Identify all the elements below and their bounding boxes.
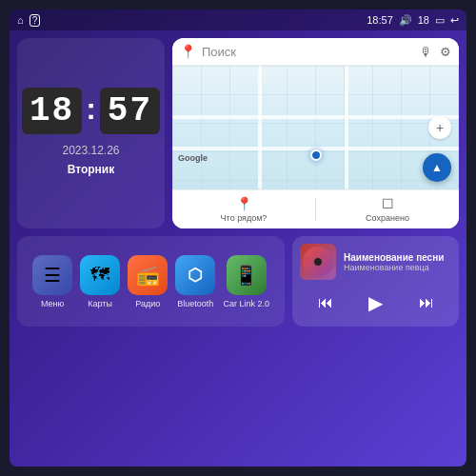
microphone-icon[interactable]: 🎙	[420, 45, 432, 59]
carlink-app-label: Car Link 2.0	[223, 299, 269, 308]
nearby-label: Что рядом?	[221, 213, 268, 223]
question-icon[interactable]: ?	[30, 14, 41, 27]
clock-minutes-block: 57	[100, 88, 160, 134]
main-area: 18 : 57 2023.12.26 Вторник 📍 Поиск	[10, 30, 466, 466]
clock-weekday: Вторник	[62, 161, 119, 179]
volume-icon: 🔊	[399, 14, 412, 27]
saved-icon: ☐	[382, 196, 394, 211]
music-next-button[interactable]: ⏭	[411, 291, 442, 314]
music-album-art-inner	[303, 247, 333, 277]
status-time: 18:57	[367, 14, 393, 26]
map-search-input[interactable]: Поиск	[202, 45, 414, 59]
map-search-icons: 🎙 ⚙	[420, 45, 451, 59]
clock-display: 18 : 57	[22, 88, 160, 134]
bottom-section: ☰ Меню 🗺 Карты 📻 Радио ⬡ Bluetooth 📱	[17, 236, 459, 327]
battery-icon: ▭	[435, 14, 445, 27]
clock-separator: :	[86, 91, 96, 127]
bluetooth-app-label: Bluetooth	[177, 299, 213, 308]
music-info-row: Наименование песни Наименование певца	[292, 236, 459, 288]
clock-minutes: 57	[108, 91, 152, 130]
app-item-menu[interactable]: ☰ Меню	[32, 255, 72, 308]
map-location-dot	[310, 149, 322, 161]
map-navigate-button[interactable]: ▲	[423, 153, 451, 182]
app-item-radio[interactable]: 📻 Радио	[128, 255, 168, 308]
map-widget: 📍 Поиск 🎙 ⚙ Google +	[172, 38, 459, 228]
music-text: Наименование песни Наименование певца	[344, 252, 451, 272]
clock-hours-block: 18	[22, 88, 82, 134]
battery-level: 18	[418, 14, 429, 26]
music-artist: Наименование певца	[344, 263, 451, 272]
status-bar-right: 18:57 🔊 18 ▭ ↩	[367, 14, 459, 27]
top-section: 18 : 57 2023.12.26 Вторник 📍 Поиск	[17, 38, 459, 228]
map-nearby-button[interactable]: 📍 Что рядом?	[172, 194, 315, 225]
map-pin-icon: 📍	[180, 44, 196, 59]
map-body[interactable]: Google + ▲	[172, 66, 459, 189]
status-bar-left: ⌂ ?	[17, 14, 40, 27]
status-bar: ⌂ ? 18:57 🔊 18 ▭ ↩	[10, 10, 466, 30]
music-album-art	[300, 244, 336, 280]
app-grid: ☰ Меню 🗺 Карты 📻 Радио ⬡ Bluetooth 📱	[17, 236, 285, 327]
menu-app-icon: ☰	[32, 255, 72, 295]
menu-app-label: Меню	[41, 299, 64, 308]
settings-icon[interactable]: ⚙	[440, 45, 451, 59]
maps-app-icon: 🗺	[80, 255, 120, 295]
music-prev-button[interactable]: ⏮	[310, 291, 341, 314]
map-zoom-button[interactable]: +	[428, 116, 451, 139]
home-icon[interactable]: ⌂	[17, 14, 24, 26]
nearby-icon: 📍	[236, 196, 252, 211]
music-play-button[interactable]: ▶	[361, 291, 391, 314]
bluetooth-app-icon: ⬡	[175, 255, 215, 295]
music-title: Наименование песни	[344, 252, 451, 263]
clock-hours: 18	[30, 91, 74, 130]
radio-app-label: Радио	[135, 299, 160, 308]
map-footer: 📍 Что рядом? ☐ Сохранено	[172, 189, 459, 228]
maps-app-label: Карты	[88, 299, 112, 308]
map-search-bar[interactable]: 📍 Поиск 🎙 ⚙	[172, 38, 459, 66]
radio-app-icon: 📻	[128, 255, 168, 295]
clock-date-value: 2023.12.26	[62, 142, 119, 160]
app-item-bluetooth[interactable]: ⬡ Bluetooth	[175, 255, 215, 308]
music-controls: ⏮ ▶ ⏭	[292, 288, 459, 322]
back-icon[interactable]: ↩	[450, 14, 459, 27]
carlink-app-icon: 📱	[227, 255, 267, 295]
music-widget: Наименование песни Наименование певца ⏮ …	[292, 236, 459, 327]
device-frame: ⌂ ? 18:57 🔊 18 ▭ ↩ 18 : 57	[10, 10, 466, 466]
google-logo: Google	[178, 153, 208, 163]
clock-date: 2023.12.26 Вторник	[62, 142, 119, 178]
map-saved-button[interactable]: ☐ Сохранено	[316, 194, 459, 225]
app-item-carlink[interactable]: 📱 Car Link 2.0	[223, 255, 269, 308]
saved-label: Сохранено	[366, 213, 409, 223]
app-item-maps[interactable]: 🗺 Карты	[80, 255, 120, 308]
clock-widget: 18 : 57 2023.12.26 Вторник	[17, 38, 165, 228]
